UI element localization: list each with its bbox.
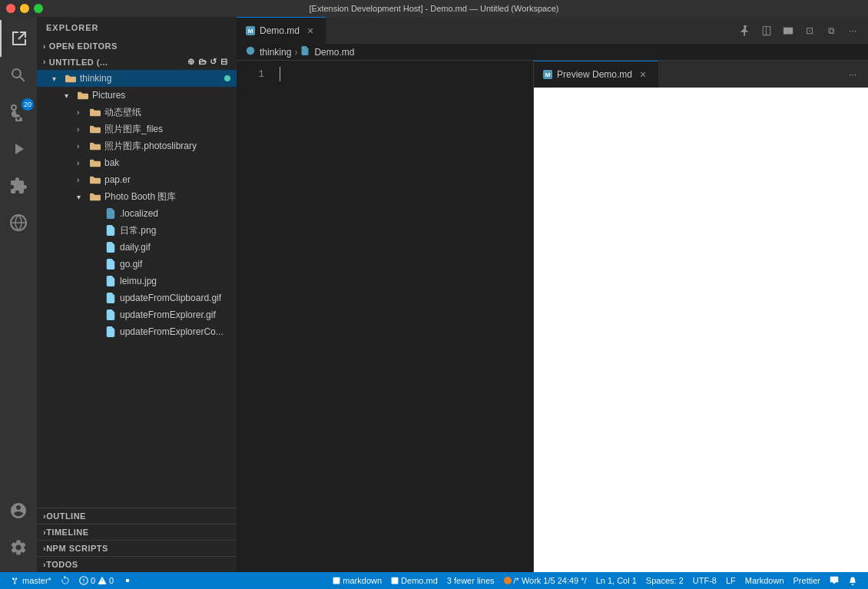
activity-item-extensions[interactable] (0, 167, 37, 204)
tab-preview-demo-md[interactable]: M Preview Demo.md × (534, 61, 658, 88)
status-markdown-lint[interactable]: markdown (328, 572, 386, 589)
status-git-info[interactable] (118, 572, 137, 589)
warnings-label: 0 (109, 576, 114, 585)
more-actions-button[interactable]: ··· (843, 22, 862, 40)
close-other-tabs-button[interactable]: ⊡ (800, 22, 819, 40)
activity-item-search[interactable] (0, 57, 37, 94)
tab-demo-md[interactable]: M Demo.md × (237, 17, 326, 44)
tree-item-thinking[interactable]: ▾ thinking (37, 70, 237, 87)
preview-tab-close-button[interactable]: × (637, 68, 649, 81)
photobooth-label: Photo Booth 图库 (104, 190, 176, 204)
titlebar: [Extension Development Host] - Demo.md —… (0, 0, 868, 17)
untitled-arrow: › (43, 58, 46, 66)
preview-md-icon: M (543, 70, 552, 79)
tree-item-update-explorerco[interactable]: › updateFromExplorerCo... (37, 323, 237, 340)
daily-label: daily.gif (120, 242, 151, 253)
branch-label: master* (22, 576, 51, 585)
source-control-badge: 20 (22, 98, 34, 111)
photobooth-folder-icon (89, 190, 101, 203)
tree-item-photobooth[interactable]: ▾ Photo Booth 图库 (37, 188, 237, 205)
window-controls[interactable] (6, 4, 43, 13)
breadcrumb-part-2[interactable]: Demo.md (314, 47, 354, 58)
status-branch[interactable]: master* (6, 572, 56, 589)
activity-item-run[interactable] (0, 131, 37, 167)
status-eol[interactable]: LF (721, 572, 740, 589)
code-content[interactable] (273, 61, 533, 572)
new-file-icon[interactable]: ⊕ (187, 57, 195, 67)
split-editor-down-button[interactable] (779, 22, 797, 40)
collapse-icon[interactable]: ⊟ (220, 57, 228, 67)
outline-header[interactable]: › OUTLINE (37, 508, 237, 524)
activity-item-source-control[interactable]: 20 (0, 94, 37, 131)
close-window-button[interactable] (6, 4, 15, 13)
refresh-icon[interactable]: ↺ (210, 57, 217, 67)
tree-item-update-explorer[interactable]: › updateFromExplorer.gif (37, 306, 237, 323)
localized-file-icon (104, 207, 117, 220)
fewer-lines-label: 3 fewer lines (447, 576, 495, 585)
split-editor-right-button[interactable] (757, 22, 776, 40)
tree-item-richang[interactable]: › 日常.png (37, 222, 237, 239)
tree-item-localized[interactable]: › .localized (37, 205, 237, 222)
open-editors-section[interactable]: › OPEN EDITORS (37, 38, 237, 54)
ln-col-label: Ln 1, Col 1 (596, 576, 637, 585)
tree-item-paper[interactable]: › pap.er (37, 171, 237, 188)
status-errors[interactable]: 0 0 (75, 572, 118, 589)
photoslibrary-arrow: › (77, 142, 89, 151)
status-spaces[interactable]: Spaces: 2 (641, 572, 688, 589)
photoslibrary-folder-icon (89, 140, 101, 152)
preview-tab-bar: M Preview Demo.md × ··· (534, 61, 868, 88)
status-ln-col[interactable]: Ln 1, Col 1 (591, 572, 641, 589)
tree-item-photoslibrary[interactable]: › 照片图库.photoslibrary (37, 137, 237, 154)
donghua-arrow: › (77, 108, 89, 117)
status-work-circle[interactable]: /* Work 1/5 24:49 */ (499, 572, 591, 589)
activity-bar: 20 (0, 17, 37, 572)
prettier-label: Prettier (793, 576, 820, 585)
status-encoding[interactable]: UTF-8 (688, 572, 721, 589)
status-demo-md[interactable]: Demo.md (386, 572, 442, 589)
untitled-section[interactable]: › UNTITLED (... ⊕ 🗁 ↺ ⊟ (37, 54, 237, 70)
status-language[interactable]: Markdown (740, 572, 789, 589)
status-bell[interactable] (843, 572, 862, 589)
todos-section: › TODOS (37, 556, 237, 572)
minimize-window-button[interactable] (20, 4, 29, 13)
tree-item-photos-files[interactable]: › 照片图库_files (37, 121, 237, 137)
maximize-window-button[interactable] (34, 4, 43, 13)
preview-more-button[interactable]: ··· (843, 65, 862, 84)
go-file-icon (104, 258, 117, 270)
demo-md-icon: M (246, 26, 255, 35)
richang-file-icon (104, 224, 117, 237)
todos-header[interactable]: › TODOS (37, 557, 237, 572)
work-label: Work (522, 576, 541, 585)
npm-label: NPM SCRIPTS (46, 544, 108, 553)
code-editor[interactable]: 1 (237, 61, 534, 572)
language-label: Markdown (745, 576, 784, 585)
activity-item-remote[interactable] (0, 204, 37, 241)
npm-header[interactable]: › NPM SCRIPTS (37, 541, 237, 556)
tree-item-donghua[interactable]: › 动态壁纸 (37, 104, 237, 121)
update-explorer-file-icon (104, 309, 117, 321)
tree-item-update-clipboard[interactable]: › updateFromClipboard.gif (37, 290, 237, 306)
activity-item-settings[interactable] (0, 529, 37, 566)
status-fewer-lines[interactable]: 3 fewer lines (442, 572, 499, 589)
status-notifications[interactable] (825, 572, 843, 589)
timeline-header[interactable]: › TIMELINE (37, 524, 237, 540)
bak-arrow: › (77, 159, 89, 167)
work-position-label: 1/5 24:49 */ (543, 576, 586, 585)
svg-point-3 (83, 582, 84, 583)
activity-item-explorer[interactable] (0, 20, 37, 57)
tree-item-leimu[interactable]: › leimu.jpg (37, 273, 237, 290)
tab-demo-md-close[interactable]: × (304, 25, 316, 37)
tree-item-bak[interactable]: › bak (37, 154, 237, 171)
preview-panel: M Preview Demo.md × ··· (534, 61, 868, 572)
go-label: go.gif (120, 259, 142, 270)
tree-item-daily[interactable]: › daily.gif (37, 239, 237, 256)
activity-item-accounts[interactable] (0, 492, 37, 529)
tree-item-go[interactable]: › go.gif (37, 256, 237, 273)
new-folder-icon[interactable]: 🗁 (198, 57, 207, 67)
tree-item-pictures[interactable]: ▾ Pictures (37, 87, 237, 104)
status-sync[interactable] (56, 572, 75, 589)
breadcrumb-part-1[interactable]: thinking (260, 47, 291, 58)
split-button[interactable]: ⧉ (822, 22, 840, 40)
pin-tab-button[interactable] (736, 22, 754, 40)
status-prettier[interactable]: Prettier (789, 572, 825, 589)
